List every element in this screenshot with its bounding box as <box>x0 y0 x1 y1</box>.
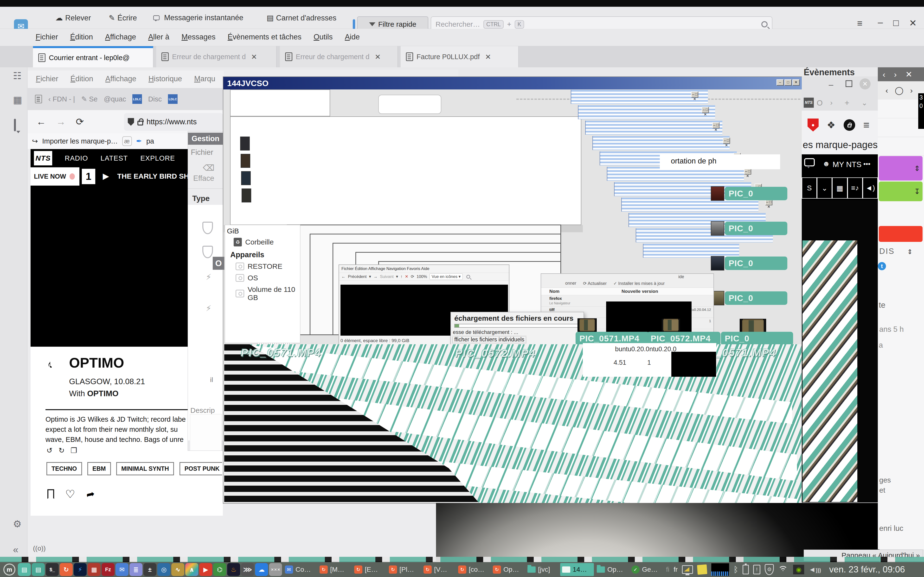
menu-messages[interactable]: Messages <box>181 33 215 41</box>
bookmark-pa[interactable]: pa <box>146 137 154 145</box>
fm-next[interactable]: Suivant <box>380 274 394 279</box>
jvcso-titlebar[interactable]: 144JVCSO <box>223 77 802 89</box>
minimize-button[interactable]: – <box>878 17 883 27</box>
settings-gear-icon[interactable]: ⚙ <box>13 518 22 529</box>
close-tab-icon[interactable]: ✕ <box>485 53 491 61</box>
taskbar-window-v[interactable]: ↻[V… <box>422 563 455 576</box>
fm-menubar[interactable]: Fichier Édition Affichage Navigation Fav… <box>339 265 509 272</box>
my-nts-link[interactable]: MY NTS <box>833 160 861 169</box>
ff-menu-marquepages[interactable]: Marqu <box>194 74 215 83</box>
next-day-icon[interactable]: › <box>910 86 913 95</box>
action-fragment[interactable]: onner <box>565 281 576 286</box>
back-icon[interactable]: ← <box>341 274 346 279</box>
nts-logo[interactable]: NTS <box>34 151 52 165</box>
jvcso-window-controls[interactable]: – □ ✕ <box>777 79 800 85</box>
launcher-files-icon[interactable]: ▤ <box>18 563 31 576</box>
hamburger-menu-icon[interactable]: ≡ <box>863 119 870 131</box>
chat-icon[interactable] <box>14 119 16 131</box>
genre-minimal-synth[interactable]: MINIMAL SYNTH <box>116 462 174 475</box>
dialog-show-files[interactable]: fficher les fichiers individuels <box>453 336 526 343</box>
pic-label-3[interactable]: PIC_0 <box>725 256 787 270</box>
close-pane-icon[interactable]: ✕ <box>905 69 913 79</box>
volume-cell[interactable]: ◄) <box>863 177 878 198</box>
launcher-calculator-icon[interactable]: ± <box>144 563 157 576</box>
launcher-screenshot-icon[interactable]: ◎ <box>157 563 170 576</box>
relever-button[interactable]: ☁ Relever <box>55 13 91 23</box>
updates-header-row[interactable]: Nom Nouvelle version <box>541 288 714 295</box>
launcher-bottle-icon[interactable]: ⌬ <box>213 563 226 576</box>
taskbar-window-op[interactable]: ↻Op… <box>491 563 525 576</box>
close-icon[interactable]: ✕ <box>792 79 800 85</box>
taskbar-window-m[interactable]: ↻[M… <box>318 563 351 576</box>
bookmark-import[interactable]: Importer les marque-p… <box>42 137 118 145</box>
ff-menu-fichier[interactable]: Fichier <box>36 74 58 83</box>
security-shield-gear-icon[interactable]: ⚙ <box>765 564 774 575</box>
menu-aller-a[interactable]: Aller à <box>148 33 170 41</box>
tab-facture-pdf[interactable]: Facture P0LLUX.pdf ✕ <box>401 46 519 67</box>
menu-affichage[interactable]: Affichage <box>105 33 136 41</box>
tab-courrier-entrant[interactable]: Courrier entrant - lep0le@ <box>33 46 153 67</box>
chevron-down-cell[interactable]: ⌄ <box>817 177 832 198</box>
event-green[interactable]: ↧ <box>879 182 922 201</box>
sticky-notes-icon[interactable] <box>697 564 708 575</box>
reload-icon[interactable]: ⟳ <box>76 116 84 127</box>
ae-favicon[interactable]: æ <box>122 136 132 146</box>
taskbar-window-e[interactable]: ↻[E… <box>352 563 386 576</box>
chat-icon[interactable] <box>804 158 815 166</box>
redo-icon[interactable]: ↻ <box>58 446 65 455</box>
layout-fr[interactable]: fr <box>674 566 678 574</box>
ff-menu-affichage[interactable]: Affichage <box>105 74 136 83</box>
sidebar-item-os[interactable]: OS <box>225 272 300 284</box>
tab-quac[interactable]: @quac <box>104 95 126 103</box>
more-dots-icon[interactable]: ••• <box>863 160 870 168</box>
taskbar-window-co[interactable]: ↻[co… <box>456 563 490 576</box>
pic-partial-label[interactable]: PIC_0 <box>721 332 793 345</box>
nav-latest[interactable]: LATEST <box>100 154 128 162</box>
gestion-header[interactable]: Gestion <box>188 133 223 145</box>
wifi-icon[interactable] <box>778 566 789 573</box>
taskbar-window-pl[interactable]: ↻[Pl… <box>387 563 421 576</box>
sidebar-item-corbeille[interactable]: ♻ Corbeille <box>225 236 300 248</box>
maximize-icon[interactable] <box>846 80 852 87</box>
agenda-row[interactable] <box>878 118 924 137</box>
launcher-play-icon[interactable]: ▶ <box>199 563 212 576</box>
nvidia-icon[interactable]: ◉ <box>793 565 804 574</box>
url-bar[interactable]: https://www.nts <box>124 113 223 131</box>
feather-icon[interactable]: ✒ <box>136 137 142 145</box>
tab-se[interactable]: ✎ Se <box>81 95 98 103</box>
puzzle-extension-icon[interactable]: ❖ <box>827 119 835 131</box>
battery-icon[interactable] <box>743 565 749 574</box>
calendar-icon[interactable]: ▦ <box>13 94 22 105</box>
undo-icon[interactable]: ↺ <box>47 446 52 455</box>
clipboard-alert-icon[interactable]: ! <box>753 565 760 574</box>
forward-icon[interactable]: → <box>373 274 378 279</box>
selected-row-letter[interactable]: O <box>213 257 224 270</box>
launcher-chevrons-icon[interactable]: ⋙ <box>241 563 254 576</box>
mint-menu-button[interactable]: m <box>3 564 15 575</box>
heart-icon[interactable]: ♡ <box>65 488 75 501</box>
next-icon[interactable]: › <box>894 70 897 79</box>
nav-radio[interactable]: RADIO <box>65 154 88 162</box>
s-cell[interactable]: S <box>802 177 817 198</box>
tracking-shield-icon[interactable] <box>128 118 134 126</box>
tab-disc[interactable]: Disc <box>148 95 162 103</box>
genre-techno[interactable]: TECHNO <box>47 462 82 475</box>
ff-menu-historique[interactable]: Historique <box>149 74 182 83</box>
genre-ebm[interactable]: EBM <box>87 462 111 475</box>
menu-edition[interactable]: Édition <box>70 33 93 41</box>
chevron-right-icon[interactable]: › <box>830 98 833 107</box>
replay-icons[interactable]: ↺ ↻ ❐ <box>47 446 77 455</box>
sidebar-item-restore[interactable]: RESTORE <box>225 261 300 272</box>
ff-menu-edition[interactable]: Édition <box>70 74 93 83</box>
layout-fi[interactable]: fi <box>666 566 669 574</box>
nav-explore[interactable]: EXPLORE <box>140 154 175 162</box>
taskbar-clock[interactable]: ven. 23 févr., 09:06 <box>829 564 905 575</box>
launcher-xxx-icon[interactable]: ✕✕✕ <box>269 563 282 576</box>
launcher-terminal-icon[interactable]: $_ <box>46 563 59 576</box>
stop-icon[interactable]: ✕ <box>405 274 408 279</box>
taskbar-window-courrier[interactable]: ✉Co… <box>283 563 317 576</box>
pic-label-4[interactable]: PIC_0 <box>725 292 787 305</box>
tab-erreur-1[interactable]: Erreur de chargement d ✕ <box>156 46 276 67</box>
forward-icon[interactable]: → <box>56 116 66 127</box>
volume-icon[interactable]: ◄))) <box>809 566 821 574</box>
